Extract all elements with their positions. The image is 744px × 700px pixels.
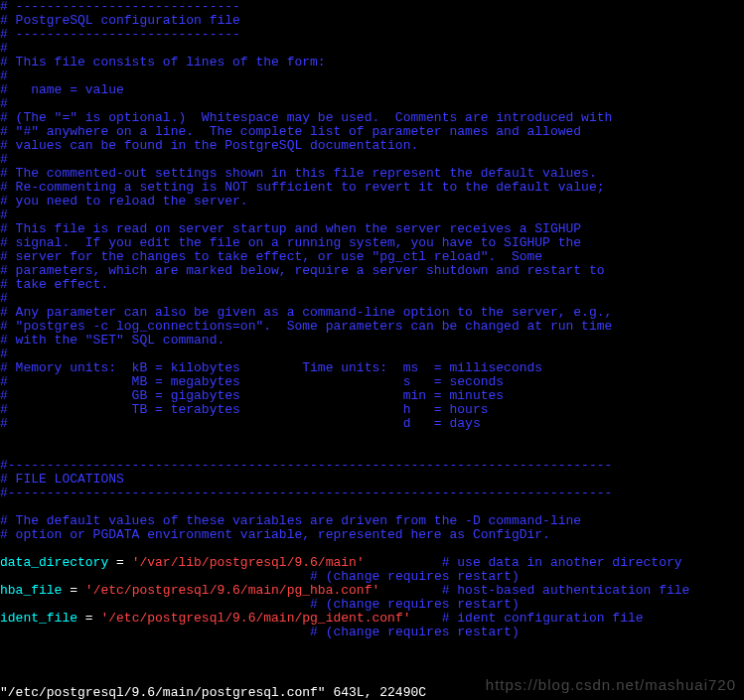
- code-line: # MB = megabytes s = seconds: [0, 375, 744, 389]
- code-line: #: [0, 209, 744, 222]
- code-segment: # Any parameter can also be given as a c…: [0, 305, 612, 320]
- code-line: # -----------------------------: [0, 28, 744, 42]
- code-line: # Re-commenting a setting is NOT suffici…: [0, 181, 744, 195]
- code-line: #: [0, 292, 744, 306]
- code-segment: # (change requires restart): [310, 569, 520, 584]
- code-segment: # server for the changes to take effect,…: [0, 249, 542, 264]
- code-segment: # -----------------------------: [0, 27, 240, 42]
- code-segment: # MB = megabytes s = seconds: [0, 374, 504, 389]
- code-line: # Any parameter can also be given as a c…: [0, 306, 744, 320]
- code-segment: #: [0, 41, 8, 56]
- code-segment: =: [85, 611, 101, 626]
- code-segment: # option or PGDATA environment variable,…: [0, 527, 550, 542]
- code-segment: # GB = gigabytes min = minutes: [0, 388, 504, 403]
- code-segment: # Re-commenting a setting is NOT suffici…: [0, 180, 605, 195]
- code-segment: # (change requires restart): [310, 597, 520, 612]
- code-segment: [0, 569, 310, 584]
- code-segment: =: [70, 583, 85, 598]
- code-segment: # (change requires restart): [310, 625, 520, 639]
- code-line: #---------------------------------------…: [0, 459, 744, 473]
- code-line: #: [0, 153, 744, 167]
- code-line: # d = days: [0, 417, 744, 431]
- code-segment: # The commented-out settings shown in th…: [0, 166, 597, 181]
- code-segment: #: [0, 347, 8, 361]
- code-line: # option or PGDATA environment variable,…: [0, 528, 744, 542]
- code-segment: [379, 583, 441, 598]
- code-segment: #: [0, 69, 8, 83]
- code-line: # take effect.: [0, 278, 744, 292]
- code-line: # values can be found in the PostgreSQL …: [0, 139, 744, 153]
- code-segment: #: [0, 291, 8, 306]
- code-line: # GB = gigabytes min = minutes: [0, 389, 744, 403]
- code-segment: # "#" anywhere on a line. The complete l…: [0, 124, 581, 139]
- code-segment: '/var/lib/postgresql/9.6/main': [132, 555, 365, 570]
- code-line: #: [0, 42, 744, 56]
- code-line: # TB = terabytes h = hours: [0, 403, 744, 417]
- code-line: # (The "=" is optional.) Whitespace may …: [0, 111, 744, 125]
- code-segment: =: [116, 555, 132, 570]
- code-segment: [411, 611, 442, 626]
- code-segment: '/etc/postgresql/9.6/main/pg_ident.conf': [100, 611, 410, 626]
- code-segment: #---------------------------------------…: [0, 458, 612, 473]
- code-line: # The default values of these variables …: [0, 514, 744, 528]
- code-segment: # -----------------------------: [0, 0, 240, 14]
- code-segment: # This file is read on server startup an…: [0, 221, 581, 236]
- code-line: # server for the changes to take effect,…: [0, 250, 744, 264]
- code-line: # -----------------------------: [0, 0, 744, 14]
- code-segment: # "postgres -c log_connections=on". Some…: [0, 319, 612, 334]
- code-segment: # signal. If you edit the file on a runn…: [0, 235, 581, 250]
- code-line: # name = value: [0, 83, 744, 97]
- code-line: hba_file = '/etc/postgresql/9.6/main/pg_…: [0, 584, 744, 598]
- code-segment: # TB = terabytes h = hours: [0, 402, 488, 417]
- code-segment: # The default values of these variables …: [0, 513, 581, 528]
- code-segment: # (The "=" is optional.) Whitespace may …: [0, 110, 612, 125]
- code-line: # with the "SET" SQL command.: [0, 334, 744, 348]
- code-line: # Memory units: kB = kilobytes Time unit…: [0, 361, 744, 375]
- code-line: ident_file = '/etc/postgresql/9.6/main/p…: [0, 612, 744, 626]
- code-line: # This file is read on server startup an…: [0, 222, 744, 236]
- code-segment: # Memory units: kB = kilobytes Time unit…: [0, 360, 542, 375]
- code-line: #---------------------------------------…: [0, 487, 744, 500]
- code-segment: [0, 625, 310, 639]
- code-line: # (change requires restart): [0, 626, 744, 639]
- code-segment: [365, 555, 442, 570]
- code-segment: # PostgreSQL configuration file: [0, 13, 240, 28]
- code-segment: [0, 597, 310, 612]
- code-line: # "#" anywhere on a line. The complete l…: [0, 125, 744, 139]
- code-segment: # name = value: [0, 82, 124, 97]
- code-segment: #: [0, 208, 8, 222]
- terminal-screen: # -----------------------------# Postgre…: [0, 0, 744, 700]
- code-line: # (change requires restart): [0, 570, 744, 584]
- code-line: [0, 445, 744, 459]
- code-segment: hba_file: [0, 583, 70, 598]
- code-segment: data_directory: [0, 555, 116, 570]
- code-line: #: [0, 97, 744, 111]
- code-line: # "postgres -c log_connections=on". Some…: [0, 320, 744, 334]
- code-segment: # you need to reload the server.: [0, 194, 248, 209]
- code-line: #: [0, 348, 744, 361]
- code-segment: ident_file: [0, 611, 85, 626]
- vim-status-line: "/etc/postgresql/9.6/main/postgresql.con…: [0, 686, 744, 700]
- code-line: [0, 431, 744, 445]
- code-segment: #: [0, 96, 8, 111]
- code-segment: # This file consists of lines of the for…: [0, 55, 326, 70]
- code-line: # FILE LOCATIONS: [0, 473, 744, 487]
- code-segment: # ident configuration file: [442, 611, 644, 626]
- code-line: # (change requires restart): [0, 598, 744, 612]
- code-segment: # use data in another directory: [442, 555, 682, 570]
- code-line: # signal. If you edit the file on a runn…: [0, 236, 744, 250]
- code-line: # parameters, which are marked below, re…: [0, 264, 744, 278]
- code-segment: #: [0, 152, 8, 167]
- editor-content[interactable]: # -----------------------------# Postgre…: [0, 0, 744, 639]
- code-segment: # take effect.: [0, 277, 108, 292]
- code-line: # The commented-out settings shown in th…: [0, 167, 744, 181]
- code-segment: # FILE LOCATIONS: [0, 472, 124, 487]
- code-segment: # with the "SET" SQL command.: [0, 333, 224, 348]
- code-segment: # parameters, which are marked below, re…: [0, 263, 605, 278]
- code-segment: #---------------------------------------…: [0, 486, 612, 500]
- code-line: # This file consists of lines of the for…: [0, 56, 744, 70]
- code-segment: # values can be found in the PostgreSQL …: [0, 138, 418, 153]
- code-line: #: [0, 70, 744, 83]
- code-line: [0, 500, 744, 514]
- status-text: "/etc/postgresql/9.6/main/postgresql.con…: [0, 686, 744, 700]
